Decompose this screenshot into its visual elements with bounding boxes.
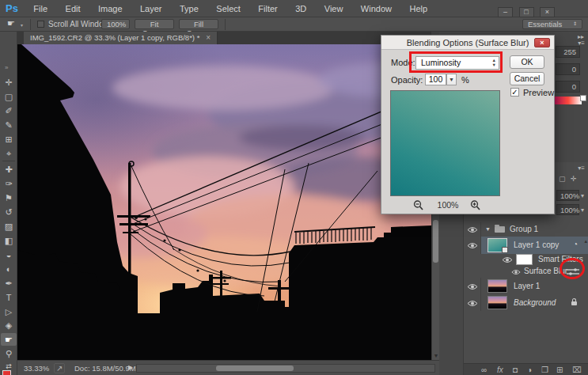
adjustment-layer-icon[interactable]: ◑ <box>527 365 532 375</box>
status-options-arrow-icon[interactable]: ▶ <box>128 364 133 371</box>
menu-bar: Ps File Edit Image Layer Type Select Fil… <box>0 0 588 17</box>
lasso-tool-icon[interactable]: ✐ <box>1 104 17 117</box>
menu-edit[interactable]: Edit <box>59 0 88 17</box>
zoom-out-icon[interactable] <box>413 199 423 214</box>
dodge-tool-icon[interactable]: ◐ <box>1 263 17 275</box>
menu-file[interactable]: File <box>26 0 55 17</box>
layers-panel-menu-icon[interactable]: ▾≡ <box>578 165 585 172</box>
color-ramp[interactable] <box>555 97 582 104</box>
blur-tool-icon[interactable]: ◒ <box>1 248 17 261</box>
toolbar-collapse-icon[interactable]: » <box>5 64 8 71</box>
fit-screen-button[interactable]: Fit Screen <box>135 19 174 29</box>
shape-tool-icon[interactable]: ◈ <box>1 319 17 331</box>
link-layers-icon[interactable]: ∞ <box>481 365 487 375</box>
layer-name[interactable]: Layer 1 <box>514 282 540 291</box>
opacity-dropdown-arrow-icon[interactable]: ▼ <box>446 74 457 85</box>
menu-layer[interactable]: Layer <box>133 0 169 17</box>
layer-style-fx-icon[interactable]: fx <box>497 365 503 375</box>
spot-healing-tool-icon[interactable]: ✚ <box>1 163 17 176</box>
add-mask-icon[interactable]: ◘ <box>513 365 518 375</box>
preview-checkbox[interactable]: ✓ <box>510 88 519 97</box>
layer-thumbnail[interactable] <box>487 279 507 293</box>
tab-close-icon[interactable]: × <box>206 33 211 42</box>
menu-window[interactable]: Window <box>354 0 399 17</box>
horizontal-scrollbar-thumb[interactable] <box>216 366 294 371</box>
brush-tool-icon[interactable]: ✑ <box>1 177 17 190</box>
layer-row-layer1[interactable]: Layer 1 <box>464 278 588 294</box>
lock-transparency-icon[interactable]: ▢ <box>559 175 566 183</box>
workspace-switcher[interactable]: Essentials⇕ <box>522 19 582 29</box>
close-window-button[interactable]: × <box>540 7 555 17</box>
layer-row-group1[interactable]: ▼ Group 1 <box>464 222 588 237</box>
opacity-input[interactable]: 100 <box>425 74 446 85</box>
menu-filter[interactable]: Filter <box>251 0 284 17</box>
quick-selection-tool-icon[interactable]: ✎ <box>1 119 17 131</box>
export-icon[interactable]: ↗ <box>54 363 65 373</box>
visibility-toggle[interactable] <box>502 256 513 263</box>
ok-button[interactable]: OK <box>510 55 544 69</box>
hand-tool-icon[interactable]: ☛ <box>1 333 17 346</box>
path-selection-tool-icon[interactable]: ▷ <box>1 305 17 318</box>
minimize-button[interactable]: – <box>498 7 513 17</box>
smart-filter-indicator-icon[interactable]: ◔ <box>573 240 578 248</box>
menu-select[interactable]: Select <box>209 0 248 17</box>
zoom-level-field[interactable]: 33.33% <box>24 364 49 373</box>
delete-layer-icon[interactable]: ⌧ <box>572 365 582 375</box>
menu-type[interactable]: Type <box>173 0 206 17</box>
crop-tool-icon[interactable]: ⊞ <box>1 133 17 146</box>
layer-row-background[interactable]: Background <box>464 294 588 311</box>
visibility-toggle[interactable] <box>464 278 481 294</box>
document-tab[interactable]: IMG_1592.CR2 @ 33.3% (Layer 1 copy, RGB/… <box>24 32 218 44</box>
menu-3d[interactable]: 3D <box>288 0 313 17</box>
layers-opacity-field[interactable]: 100% <box>556 190 579 201</box>
foreground-color-swatch[interactable] <box>2 370 11 375</box>
layer-row-layer1-copy[interactable]: Layer 1 copy ◔ ▴ <box>464 237 588 254</box>
lock-all-icon[interactable]: ✛ <box>571 175 577 183</box>
clone-stamp-tool-icon[interactable]: ⚑ <box>1 191 17 204</box>
color-ramp-white-swatch[interactable] <box>580 95 586 101</box>
layers-fill-field[interactable]: 100% <box>556 204 579 215</box>
visibility-toggle[interactable] <box>464 294 481 311</box>
zoom-in-icon[interactable] <box>470 199 480 214</box>
layer-name[interactable]: Layer 1 copy <box>514 241 559 250</box>
maximize-button[interactable]: □ <box>519 7 534 17</box>
layers-fill-arrow-icon[interactable]: ▾ <box>581 206 584 214</box>
canvas[interactable] <box>17 44 431 360</box>
scroll-all-windows-checkbox[interactable] <box>37 21 44 28</box>
color-g-value[interactable]: 0 <box>556 63 580 75</box>
menu-view[interactable]: View <box>317 0 351 17</box>
dialog-close-button[interactable]: × <box>534 38 550 47</box>
pen-tool-icon[interactable]: ✒ <box>1 277 17 290</box>
horizontal-scrollbar[interactable] <box>136 364 435 373</box>
marquee-tool-icon[interactable]: ▢ <box>1 90 17 103</box>
history-brush-tool-icon[interactable]: ↺ <box>1 206 17 218</box>
tool-preset-arrow-icon[interactable]: ▾ <box>21 22 23 28</box>
menu-image[interactable]: Image <box>91 0 130 17</box>
vertical-scrollbar-thumb[interactable] <box>433 220 438 263</box>
gradient-tool-icon[interactable]: ◧ <box>1 234 17 247</box>
menu-help[interactable]: Help <box>402 0 434 17</box>
new-layer-icon[interactable]: ⊞ <box>556 365 563 375</box>
photoshop-window: Ps File Edit Image Layer Type Select Fil… <box>0 0 588 375</box>
group-expand-arrow-icon[interactable]: ▼ <box>485 226 491 232</box>
cancel-button[interactable]: Cancel <box>510 72 544 85</box>
new-group-icon[interactable]: ❐ <box>541 365 548 375</box>
layer-name[interactable]: Background <box>514 298 556 308</box>
visibility-toggle[interactable] <box>464 237 481 254</box>
eraser-tool-icon[interactable]: ▨ <box>1 220 17 233</box>
layer-name[interactable]: Group 1 <box>510 225 538 234</box>
filter-preview-thumbnail[interactable] <box>390 90 500 196</box>
visibility-toggle[interactable] <box>464 222 481 237</box>
layers-opacity-arrow-icon[interactable]: ▾ <box>581 192 584 199</box>
color-b-value[interactable]: 0 <box>556 81 580 93</box>
color-r-value[interactable]: 255 <box>556 46 580 58</box>
filter-mask-thumbnail[interactable] <box>516 254 533 265</box>
type-tool-icon[interactable]: T <box>1 291 17 304</box>
fill-screen-button[interactable]: Fill Screen <box>179 19 218 29</box>
zoom-100-button[interactable]: 100% <box>101 19 130 29</box>
zoom-tool-icon[interactable]: ⚲ <box>1 347 17 360</box>
layer-thumbnail[interactable] <box>487 296 507 309</box>
eyedropper-tool-icon[interactable]: ⌖ <box>1 147 17 160</box>
move-tool-icon[interactable]: ✛ <box>1 76 17 89</box>
visibility-toggle[interactable] <box>511 269 521 275</box>
